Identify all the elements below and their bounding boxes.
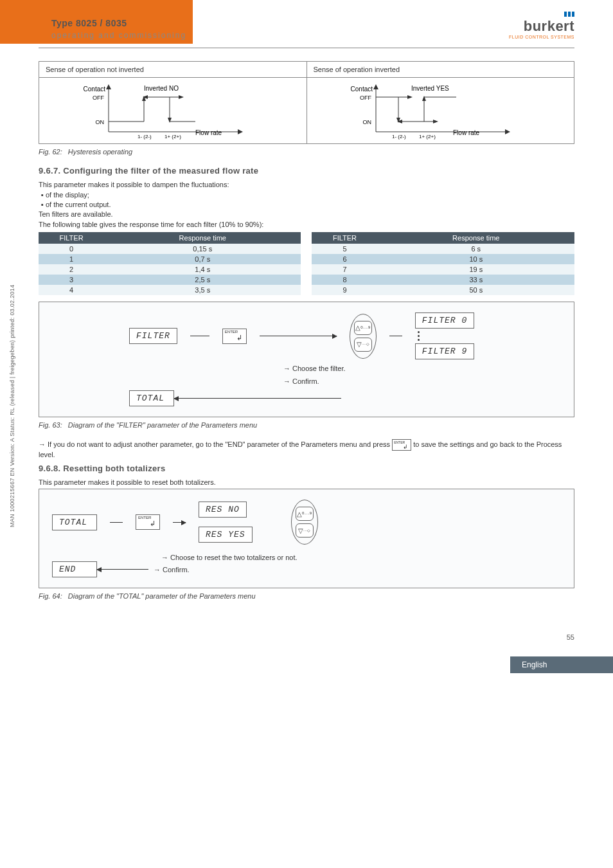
cell: 3 (39, 275, 104, 285)
resp-head-filter-l: FILTER (39, 232, 104, 244)
total-diagram: TOTAL RES NO RES YES △0.....9 ▽····◇ → C… (39, 489, 574, 588)
cell: 8 (312, 275, 377, 285)
svg-marker-34 (422, 96, 426, 101)
language-footer: English (510, 656, 613, 673)
type-title: Type 8025 / 8035 (51, 18, 218, 28)
sidebar-release-info: MAN 1000215667 EN Version: A Status: RL … (9, 285, 15, 527)
action-confirm-reset: → Confirm. (154, 566, 190, 574)
cell: 19 s (378, 264, 574, 275)
page-number: 55 (0, 633, 613, 641)
hyst-col2-title: Sense of operation inverted (306, 62, 574, 78)
cell: 50 s (378, 285, 574, 295)
fig64-caption: Fig. 64: Diagram of the "TOTAL" paramete… (39, 592, 574, 600)
enter-button-icon-2 (136, 514, 160, 530)
cell: 0 (39, 244, 104, 254)
cell: 3,5 s (104, 285, 301, 295)
lcd-resyes: RES YES (199, 527, 253, 543)
cell: 33 s (378, 275, 574, 285)
cell: 0,7 s (104, 254, 301, 264)
svg-text:1- (2-): 1- (2-) (392, 134, 406, 140)
resp-head-filter-r: FILTER (312, 232, 377, 244)
hysteresis-diagram-right: Contact Inverted YES OFF ON (328, 82, 553, 140)
svg-text:Flow rate: Flow rate (453, 129, 480, 136)
logo-subtext: FLUID CONTROL SYSTEMS (509, 35, 574, 39)
cell: 0,15 s (104, 244, 301, 254)
svg-marker-22 (373, 84, 378, 89)
enter-button-inline-icon (392, 439, 411, 451)
action-choose-filter: → Choose the filter. (283, 365, 561, 372)
up-button-icon-2: △0.....9 (296, 507, 314, 521)
svg-text:OFF: OFF (93, 95, 104, 101)
logo-text: burkert (509, 18, 574, 35)
action-choose-reset: → Choose to reset the two totalizers or … (161, 554, 561, 561)
svg-marker-10 (179, 95, 184, 99)
svg-marker-2 (106, 84, 111, 89)
svg-text:ON: ON (95, 119, 104, 125)
svg-marker-31 (433, 120, 438, 123)
svg-text:Flow rate: Flow rate (195, 129, 222, 136)
hysteresis-table: Sense of operation not inverted Sense of… (39, 61, 574, 144)
lcd-filter0: FILTER 0 (415, 312, 474, 329)
down-button-icon: ▽····◇ (354, 338, 372, 352)
lcd-end: END (52, 561, 97, 577)
header-subtitle: operating and commissioning (51, 31, 218, 40)
save-note: → If you do not want to adjust another p… (39, 439, 574, 458)
svg-text:1+ (2+): 1+ (2+) (419, 134, 436, 140)
section-967-p3: The following table gives the response t… (39, 221, 574, 228)
section-967-p1: This parameter makes it possible to damp… (39, 181, 574, 188)
cell: 2,5 s (104, 275, 301, 285)
action-confirm-filter: → Confirm. (283, 377, 561, 385)
cell: 9 (312, 285, 377, 295)
fig63-caption: Fig. 63: Diagram of the "FILTER" paramet… (39, 421, 574, 429)
updown-oval-2: △0.....9 ▽····◇ (291, 500, 318, 545)
cell: 10 s (378, 254, 574, 264)
updown-oval: △0.....9 ▽····◇ (350, 314, 377, 359)
svg-text:ON: ON (363, 119, 372, 125)
section-967-p2: Ten filters are available. (39, 210, 574, 218)
up-button-icon: △0.....9 (354, 321, 372, 335)
lcd-filter9: FILTER 9 (415, 343, 474, 359)
resp-head-time-r: Response time (378, 232, 574, 244)
svg-text:OFF: OFF (360, 95, 371, 101)
svg-marker-27 (407, 95, 413, 99)
header-bar: Type 8025 / 8035 operating and commissio… (0, 0, 613, 45)
cell: 5 (312, 244, 377, 254)
svg-text:Contact: Contact (351, 86, 373, 93)
lcd-filter: FILTER (129, 328, 177, 344)
section-967-title: 9.6.7. Configuring the filter of the mea… (39, 166, 574, 176)
cell: 6 s (378, 244, 574, 254)
cell: 1,4 s (104, 264, 301, 275)
cell: 2 (39, 264, 104, 275)
cell: 7 (312, 264, 377, 275)
svg-text:Inverted NO: Inverted NO (144, 85, 179, 92)
filter-diagram: FILTER △0.....9 ▽····◇ FILTER 0 FILTER 9… (39, 302, 574, 417)
bullet-output: ▪ of the current output. (41, 201, 574, 208)
svg-marker-13 (168, 118, 172, 123)
enter-button-icon (222, 329, 247, 344)
bullet-display: ▪ of the display; (41, 191, 574, 199)
lcd-total2: TOTAL (52, 514, 97, 530)
svg-marker-15 (238, 129, 243, 134)
cell: 6 (312, 254, 377, 264)
resp-head-time-l: Response time (104, 232, 301, 244)
svg-text:Contact: Contact (83, 86, 105, 93)
lcd-total: TOTAL (129, 390, 174, 406)
svg-marker-37 (505, 129, 510, 134)
fig62-caption: Fig. 62: Hysteresis operating (39, 148, 574, 156)
section-968-p1: This parameter makes it possible to rese… (39, 478, 574, 486)
svg-text:1+ (2+): 1+ (2+) (164, 134, 181, 140)
cell: 1 (39, 254, 104, 264)
header-divider (39, 48, 574, 48)
svg-text:Inverted YES: Inverted YES (411, 85, 449, 92)
cell: 4 (39, 285, 104, 295)
down-button-icon-2: ▽····◇ (296, 523, 314, 538)
lcd-resno: RES NO (199, 502, 247, 518)
hyst-col1-title: Sense of operation not inverted (39, 62, 307, 78)
hysteresis-diagram-left: Contact Inverted NO OFF ON (60, 82, 285, 140)
section-968-title: 9.6.8. Resetting both totalizers (39, 464, 574, 473)
response-time-table: FILTER Response time FILTER Response tim… (39, 232, 574, 295)
svg-text:1- (2-): 1- (2-) (138, 134, 152, 140)
